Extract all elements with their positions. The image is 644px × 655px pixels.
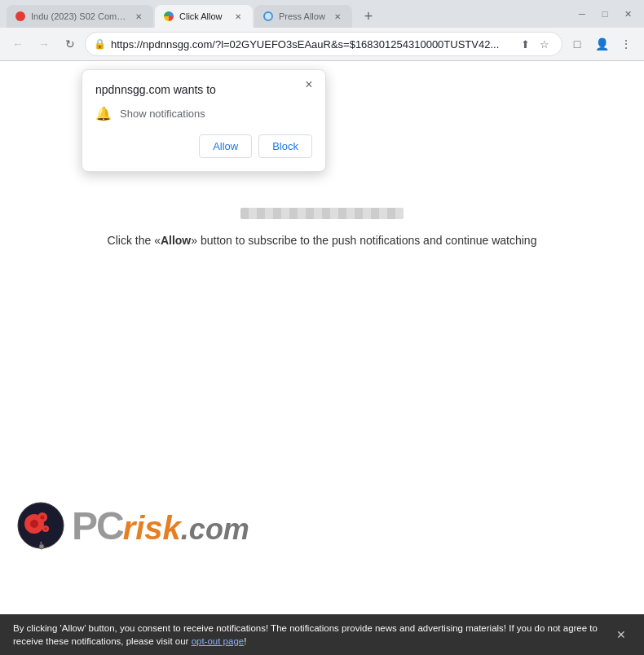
- title-bar: Indu (2023) S02 Comp... ✕ Click Allow ✕ …: [0, 0, 644, 28]
- bottom-bar-message: By clicking 'Allow' button, you consent …: [13, 623, 598, 646]
- bottom-bar-close-button[interactable]: ✕: [611, 625, 631, 644]
- page-content: × npdnnsgg.com wants to 🔔 Show notificat…: [0, 61, 644, 615]
- tab2-favicon: [163, 11, 174, 22]
- pcrisk-text-area: PC risk .com: [72, 503, 249, 548]
- progress-bar: [240, 208, 404, 219]
- tab1-close[interactable]: ✕: [132, 10, 145, 23]
- address-bar[interactable]: 🔒 https://npdnnsgg.com/?l=02GYUEFO3sEAau…: [85, 32, 562, 56]
- window-controls: ─ □ ✕: [572, 4, 637, 24]
- profile-button[interactable]: 👤: [590, 33, 613, 55]
- popup-title: npdnnsgg.com wants to: [95, 83, 312, 96]
- page-instruction: Click the «Allow» button to subscribe to…: [108, 232, 537, 249]
- new-tab-button[interactable]: +: [357, 5, 380, 28]
- notification-popup: × npdnnsgg.com wants to 🔔 Show notificat…: [82, 69, 326, 172]
- pcrisk-logo: PC risk .com: [16, 501, 249, 550]
- popup-permission-row: 🔔 Show notifications: [95, 106, 312, 121]
- opt-out-link[interactable]: opt-out page: [192, 636, 245, 646]
- browser-chrome: Indu (2023) S02 Comp... ✕ Click Allow ✕ …: [0, 0, 644, 61]
- popup-close-button[interactable]: ×: [301, 77, 317, 93]
- tab3-close[interactable]: ✕: [331, 10, 344, 23]
- bell-icon: 🔔: [95, 106, 112, 121]
- block-button[interactable]: Block: [258, 134, 312, 158]
- browser-actions: □ 👤 ⋮: [566, 33, 637, 55]
- close-window-button[interactable]: ✕: [618, 4, 637, 24]
- maximize-button[interactable]: □: [595, 4, 615, 24]
- menu-button[interactable]: ⋮: [615, 33, 637, 55]
- extensions-button[interactable]: □: [566, 33, 589, 55]
- back-button[interactable]: ←: [7, 33, 29, 55]
- tab3-favicon: [262, 11, 274, 22]
- tab2-close[interactable]: ✕: [232, 10, 245, 23]
- bottom-bar-text: By clicking 'Allow' button, you consent …: [13, 622, 605, 648]
- minimize-button[interactable]: ─: [572, 4, 592, 24]
- tab-1[interactable]: Indu (2023) S02 Comp... ✕: [7, 5, 153, 28]
- tab1-favicon: [15, 11, 26, 22]
- allow-emphasis: Allow: [161, 234, 191, 247]
- svg-point-2: [30, 520, 38, 528]
- dotcom-text: .com: [181, 512, 249, 547]
- reload-button[interactable]: ↻: [59, 33, 82, 55]
- nav-bar: ← → ↻ 🔒 https://npdnnsgg.com/?l=02GYUEFO…: [0, 28, 644, 60]
- svg-point-6: [45, 528, 47, 530]
- tab3-title: Press Allow: [279, 11, 326, 21]
- svg-point-4: [41, 516, 45, 520]
- popup-buttons: Allow Block: [95, 134, 312, 158]
- address-actions: ⬆ ☆: [516, 35, 554, 53]
- forward-button[interactable]: →: [33, 33, 55, 55]
- risk-text: risk: [123, 510, 181, 547]
- tab2-title: Click Allow: [179, 11, 227, 21]
- popup-permission-label: Show notifications: [120, 108, 205, 120]
- bookmark-icon[interactable]: ☆: [536, 35, 554, 53]
- bottom-bar-message-end: !: [244, 636, 246, 646]
- pcrisk-logo-icon: [16, 501, 65, 550]
- allow-button[interactable]: Allow: [199, 134, 252, 158]
- share-icon[interactable]: ⬆: [516, 35, 534, 53]
- tabs-area: Indu (2023) S02 Comp... ✕ Click Allow ✕ …: [7, 0, 566, 28]
- address-text: https://npdnnsgg.com/?l=02GYUEFO3sEAauR&…: [111, 38, 511, 51]
- bottom-bar: By clicking 'Allow' button, you consent …: [0, 614, 644, 655]
- tab1-title: Indu (2023) S02 Comp...: [31, 11, 127, 21]
- tab-2[interactable]: Click Allow ✕: [155, 5, 253, 28]
- tab-3[interactable]: Press Allow ✕: [254, 5, 352, 28]
- pc-text: PC: [72, 503, 123, 548]
- lock-icon: 🔒: [94, 38, 106, 50]
- svg-point-8: [39, 544, 44, 549]
